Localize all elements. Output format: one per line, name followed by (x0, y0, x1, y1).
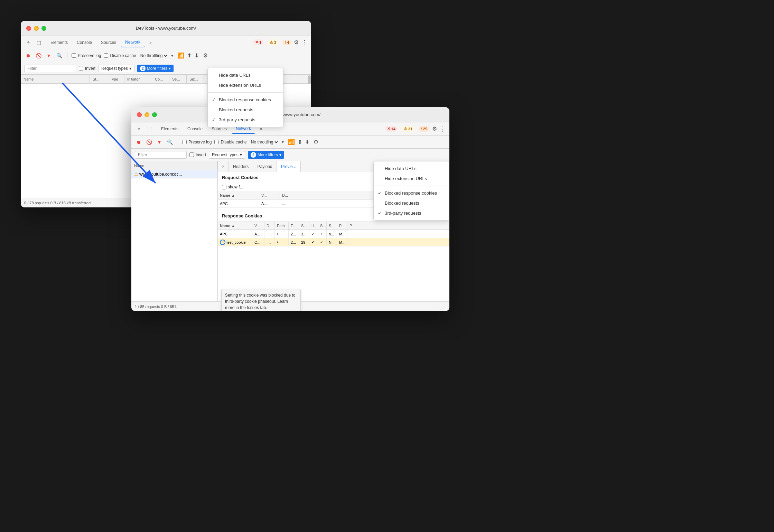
tab-payload[interactable]: Payload (253, 161, 277, 172)
blocked-requests-item-2[interactable]: Blocked requests (374, 198, 449, 208)
hide-data-urls-item-1[interactable]: Hide data URLs (208, 70, 283, 80)
upload-icon: ⬆ (187, 52, 192, 59)
res-cookie-name-test: ⚠ test_cookie (218, 238, 252, 246)
scrollbar-1[interactable] (307, 75, 311, 83)
preserve-log-label-2[interactable]: Preserve log (182, 140, 212, 144)
wifi-icon-2: 📶 (288, 139, 295, 145)
preserve-log-checkbox-2[interactable] (182, 140, 187, 144)
check-icon-2: ✓ (212, 117, 216, 122)
toolbar-1: ⏺ 🚫 ▼ 🔍 Preserve log Disable cache No th… (21, 49, 311, 62)
invert-label-2[interactable]: Invert (189, 152, 206, 157)
more-filters-dropdown-1: Hide data URLs Hide extension URLs ✓ Blo… (207, 68, 283, 127)
hide-data-urls-item-2[interactable]: Hide data URLs (374, 164, 449, 174)
disable-cache-checkbox-2[interactable] (214, 140, 219, 144)
network-row-selected[interactable]: ⚠ www.youtube.com;dc... (131, 170, 217, 178)
filter-icon-1[interactable]: ▼ (45, 52, 53, 59)
settings-icon-1[interactable]: ⚙ (294, 39, 299, 46)
tab-headers[interactable]: Headers (229, 161, 253, 172)
more-icon-1[interactable]: ⋮ (301, 39, 308, 46)
req-cookie-value-apc: A... (259, 199, 280, 207)
tab-elements-1[interactable]: Elements (46, 38, 72, 47)
maximize-button-1[interactable] (41, 26, 46, 31)
show-filtered-checkbox[interactable] (222, 185, 226, 189)
filter-input-1[interactable] (24, 65, 76, 72)
filter-input-2[interactable] (135, 151, 187, 159)
more-icon-2[interactable]: ⋮ (440, 125, 446, 133)
blocked-response-cookies-item-1[interactable]: ✓ Blocked response cookies (208, 95, 283, 105)
devtools-window-2: DevTools - www.youtube.com/ ⌖ ⬚ Elements… (131, 107, 449, 311)
maximize-button-2[interactable] (152, 112, 157, 117)
tab-actions-1: ✕ 1 ⚠ 3 ! 4 ⚙ ⋮ (252, 39, 308, 46)
tab-console-2[interactable]: Console (183, 124, 207, 133)
invert-label-1[interactable]: Invert (79, 66, 95, 71)
network-settings-icon-2[interactable]: ⚙ (314, 139, 318, 145)
stop-recording-icon-2[interactable]: ⏺ (135, 138, 142, 146)
blocked-requests-item-1[interactable]: Blocked requests (208, 105, 283, 115)
third-party-requests-item-1[interactable]: ✓ 3rd-party requests (208, 115, 283, 125)
disable-cache-label[interactable]: Disable cache (104, 53, 136, 58)
clear-icon-2[interactable]: 🚫 (145, 138, 153, 146)
throttle-select-2[interactable]: No throttling (250, 139, 279, 145)
invert-checkbox-1[interactable] (79, 66, 83, 71)
preserve-log-checkbox[interactable] (72, 53, 76, 58)
title-bar-1: DevTools - www.youtube.com/ (21, 21, 311, 36)
request-types-button-2[interactable]: Request types ▾ (209, 151, 245, 159)
wifi-icon: 📶 (177, 52, 184, 59)
preserve-log-label[interactable]: Preserve log (72, 53, 101, 58)
chevron-down-icon-2: ▾ (282, 140, 284, 144)
close-panel-button[interactable]: × (218, 161, 229, 172)
more-filters-button-2[interactable]: 2 More filters ▾ (248, 151, 284, 159)
cookie-blocked-tooltip: Setting this cookie was blocked due to t… (221, 289, 301, 311)
chevron-down-icon-3: ▾ (240, 152, 242, 157)
hide-extension-urls-item-2[interactable]: Hide extension URLs (374, 174, 449, 184)
response-cookie-row-apc[interactable]: APC A... .... / 2... 3... ✓ ✓ n... M... (218, 230, 449, 238)
response-cookie-row-test[interactable]: ⚠ test_cookie C... .... / 2... 29 ✓ ✓ N.… (218, 238, 449, 246)
disable-cache-checkbox[interactable] (104, 53, 108, 58)
close-button-1[interactable] (26, 26, 31, 31)
invert-checkbox-2[interactable] (189, 152, 194, 157)
tab-console-1[interactable]: Console (73, 38, 96, 47)
col-name-2: Name (131, 161, 217, 170)
upload-icon-2: ⬆ (298, 139, 302, 145)
chevron-down-icon: ▾ (171, 53, 173, 58)
stop-recording-icon[interactable]: ⏺ (24, 52, 32, 59)
check-icon: ✓ (212, 97, 216, 102)
tab-preview[interactable]: Previe... (277, 161, 301, 172)
settings-icon-2[interactable]: ⚙ (432, 125, 437, 132)
dropdown-separator-1 (208, 92, 283, 93)
close-button-2[interactable] (137, 112, 142, 117)
tab-network-1[interactable]: Network (121, 38, 144, 47)
warning-icon-row: ⚠ (134, 171, 138, 177)
show-filtered-label[interactable]: show f... (222, 185, 243, 189)
tab-elements-2[interactable]: Elements (157, 124, 183, 133)
filter-icon-2[interactable]: ▼ (156, 138, 163, 146)
request-types-button-1[interactable]: Request types ▾ (98, 65, 134, 72)
network-list: Name ⚠ www.youtube.com;dc... (131, 161, 218, 311)
download-icon: ⬇ (194, 52, 199, 59)
cursor-icon[interactable]: ⌖ (24, 38, 32, 47)
res-col-e: E... (289, 222, 299, 230)
hide-extension-urls-item-1[interactable]: Hide extension URLs (208, 80, 283, 90)
minimize-button-2[interactable] (144, 112, 149, 117)
search-icon-2[interactable]: 🔍 (166, 138, 174, 146)
col-content-1: Co... (152, 75, 169, 83)
cursor-icon-2[interactable]: ⌖ (135, 125, 143, 133)
network-settings-icon[interactable]: ⚙ (203, 52, 208, 59)
res-col-s2: S... (318, 222, 327, 230)
disable-cache-label-2[interactable]: Disable cache (214, 140, 246, 144)
device-icon[interactable]: ⬚ (35, 38, 43, 47)
blocked-response-cookies-item-2[interactable]: ✓ Blocked response cookies (374, 188, 449, 198)
col-name-1: Name (21, 75, 90, 83)
toolbar-2: ⏺ 🚫 ▼ 🔍 Preserve log Disable cache No th… (131, 136, 449, 149)
tab-icons-2: ⌖ ⬚ (135, 125, 153, 133)
device-icon-2[interactable]: ⬚ (145, 125, 153, 133)
clear-icon[interactable]: 🚫 (35, 52, 42, 59)
third-party-requests-item-2[interactable]: ✓ 3rd-party requests (374, 208, 449, 218)
tab-more-1[interactable]: » (145, 38, 156, 47)
tab-sources-1[interactable]: Sources (97, 38, 120, 47)
minimize-button-1[interactable] (34, 26, 39, 31)
more-filters-button-1[interactable]: 2 More filters ▾ (137, 65, 174, 72)
search-icon-1[interactable]: 🔍 (55, 52, 63, 59)
check-icon-3: ✓ (378, 190, 382, 196)
throttle-select-1[interactable]: No throttling (139, 53, 168, 58)
